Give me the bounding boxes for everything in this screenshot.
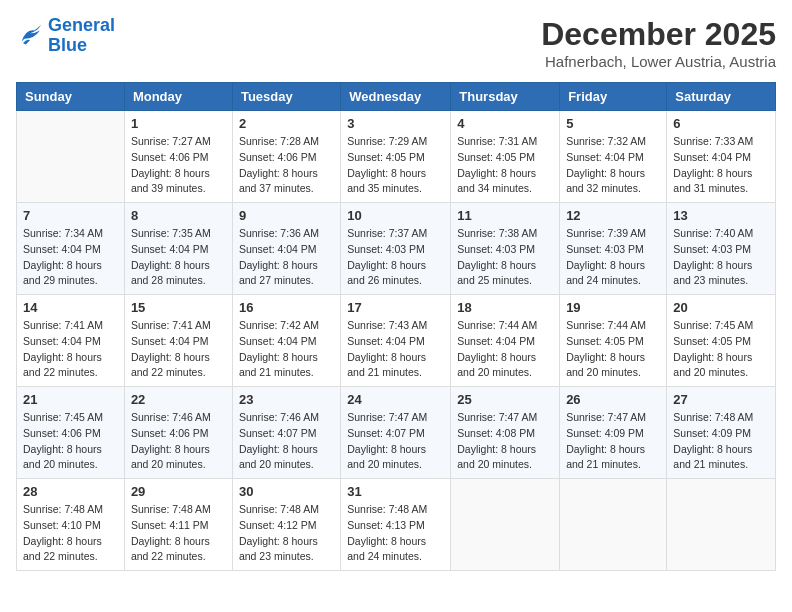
day-number: 31 bbox=[347, 484, 444, 499]
day-info: Sunrise: 7:47 AMSunset: 4:07 PMDaylight:… bbox=[347, 410, 444, 473]
weekday-header-cell: Friday bbox=[560, 83, 667, 111]
day-number: 10 bbox=[347, 208, 444, 223]
day-info: Sunrise: 7:48 AMSunset: 4:12 PMDaylight:… bbox=[239, 502, 334, 565]
location-title: Hafnerbach, Lower Austria, Austria bbox=[541, 53, 776, 70]
day-info: Sunrise: 7:35 AMSunset: 4:04 PMDaylight:… bbox=[131, 226, 226, 289]
calendar-cell: 8Sunrise: 7:35 AMSunset: 4:04 PMDaylight… bbox=[124, 203, 232, 295]
calendar-cell: 19Sunrise: 7:44 AMSunset: 4:05 PMDayligh… bbox=[560, 295, 667, 387]
calendar-cell bbox=[667, 479, 776, 571]
logo-line1: General bbox=[48, 15, 115, 35]
calendar-cell: 28Sunrise: 7:48 AMSunset: 4:10 PMDayligh… bbox=[17, 479, 125, 571]
title-block: December 2025 Hafnerbach, Lower Austria,… bbox=[541, 16, 776, 70]
day-info: Sunrise: 7:41 AMSunset: 4:04 PMDaylight:… bbox=[131, 318, 226, 381]
day-number: 4 bbox=[457, 116, 553, 131]
logo-text: General Blue bbox=[48, 16, 115, 56]
day-number: 27 bbox=[673, 392, 769, 407]
calendar-cell: 30Sunrise: 7:48 AMSunset: 4:12 PMDayligh… bbox=[232, 479, 340, 571]
calendar-cell: 23Sunrise: 7:46 AMSunset: 4:07 PMDayligh… bbox=[232, 387, 340, 479]
calendar-cell: 3Sunrise: 7:29 AMSunset: 4:05 PMDaylight… bbox=[341, 111, 451, 203]
day-number: 30 bbox=[239, 484, 334, 499]
calendar-cell: 24Sunrise: 7:47 AMSunset: 4:07 PMDayligh… bbox=[341, 387, 451, 479]
day-info: Sunrise: 7:36 AMSunset: 4:04 PMDaylight:… bbox=[239, 226, 334, 289]
day-info: Sunrise: 7:42 AMSunset: 4:04 PMDaylight:… bbox=[239, 318, 334, 381]
logo-icon bbox=[16, 22, 44, 50]
day-number: 5 bbox=[566, 116, 660, 131]
day-number: 9 bbox=[239, 208, 334, 223]
calendar-cell: 21Sunrise: 7:45 AMSunset: 4:06 PMDayligh… bbox=[17, 387, 125, 479]
day-number: 1 bbox=[131, 116, 226, 131]
calendar-cell: 31Sunrise: 7:48 AMSunset: 4:13 PMDayligh… bbox=[341, 479, 451, 571]
day-number: 14 bbox=[23, 300, 118, 315]
page-header: General Blue December 2025 Hafnerbach, L… bbox=[16, 16, 776, 70]
calendar-cell: 22Sunrise: 7:46 AMSunset: 4:06 PMDayligh… bbox=[124, 387, 232, 479]
day-info: Sunrise: 7:27 AMSunset: 4:06 PMDaylight:… bbox=[131, 134, 226, 197]
day-info: Sunrise: 7:37 AMSunset: 4:03 PMDaylight:… bbox=[347, 226, 444, 289]
day-info: Sunrise: 7:46 AMSunset: 4:06 PMDaylight:… bbox=[131, 410, 226, 473]
day-number: 13 bbox=[673, 208, 769, 223]
day-number: 28 bbox=[23, 484, 118, 499]
day-info: Sunrise: 7:47 AMSunset: 4:09 PMDaylight:… bbox=[566, 410, 660, 473]
weekday-header-cell: Wednesday bbox=[341, 83, 451, 111]
day-number: 18 bbox=[457, 300, 553, 315]
day-info: Sunrise: 7:31 AMSunset: 4:05 PMDaylight:… bbox=[457, 134, 553, 197]
calendar-week-row: 21Sunrise: 7:45 AMSunset: 4:06 PMDayligh… bbox=[17, 387, 776, 479]
day-info: Sunrise: 7:40 AMSunset: 4:03 PMDaylight:… bbox=[673, 226, 769, 289]
day-info: Sunrise: 7:38 AMSunset: 4:03 PMDaylight:… bbox=[457, 226, 553, 289]
day-number: 11 bbox=[457, 208, 553, 223]
weekday-header-cell: Monday bbox=[124, 83, 232, 111]
weekday-header-cell: Saturday bbox=[667, 83, 776, 111]
calendar-cell bbox=[17, 111, 125, 203]
calendar-cell: 15Sunrise: 7:41 AMSunset: 4:04 PMDayligh… bbox=[124, 295, 232, 387]
day-info: Sunrise: 7:41 AMSunset: 4:04 PMDaylight:… bbox=[23, 318, 118, 381]
calendar-cell: 25Sunrise: 7:47 AMSunset: 4:08 PMDayligh… bbox=[451, 387, 560, 479]
logo: General Blue bbox=[16, 16, 115, 56]
day-info: Sunrise: 7:29 AMSunset: 4:05 PMDaylight:… bbox=[347, 134, 444, 197]
day-info: Sunrise: 7:48 AMSunset: 4:10 PMDaylight:… bbox=[23, 502, 118, 565]
calendar-cell: 13Sunrise: 7:40 AMSunset: 4:03 PMDayligh… bbox=[667, 203, 776, 295]
calendar-cell: 4Sunrise: 7:31 AMSunset: 4:05 PMDaylight… bbox=[451, 111, 560, 203]
day-info: Sunrise: 7:48 AMSunset: 4:13 PMDaylight:… bbox=[347, 502, 444, 565]
day-number: 16 bbox=[239, 300, 334, 315]
logo-line2: Blue bbox=[48, 35, 87, 55]
calendar-cell: 18Sunrise: 7:44 AMSunset: 4:04 PMDayligh… bbox=[451, 295, 560, 387]
calendar-table: SundayMondayTuesdayWednesdayThursdayFrid… bbox=[16, 82, 776, 571]
day-info: Sunrise: 7:44 AMSunset: 4:05 PMDaylight:… bbox=[566, 318, 660, 381]
day-number: 17 bbox=[347, 300, 444, 315]
month-title: December 2025 bbox=[541, 16, 776, 53]
day-info: Sunrise: 7:45 AMSunset: 4:05 PMDaylight:… bbox=[673, 318, 769, 381]
day-info: Sunrise: 7:45 AMSunset: 4:06 PMDaylight:… bbox=[23, 410, 118, 473]
weekday-header-cell: Thursday bbox=[451, 83, 560, 111]
calendar-cell bbox=[560, 479, 667, 571]
day-info: Sunrise: 7:39 AMSunset: 4:03 PMDaylight:… bbox=[566, 226, 660, 289]
day-info: Sunrise: 7:28 AMSunset: 4:06 PMDaylight:… bbox=[239, 134, 334, 197]
calendar-cell: 7Sunrise: 7:34 AMSunset: 4:04 PMDaylight… bbox=[17, 203, 125, 295]
calendar-body: 1Sunrise: 7:27 AMSunset: 4:06 PMDaylight… bbox=[17, 111, 776, 571]
day-info: Sunrise: 7:43 AMSunset: 4:04 PMDaylight:… bbox=[347, 318, 444, 381]
day-info: Sunrise: 7:46 AMSunset: 4:07 PMDaylight:… bbox=[239, 410, 334, 473]
day-number: 12 bbox=[566, 208, 660, 223]
calendar-cell: 12Sunrise: 7:39 AMSunset: 4:03 PMDayligh… bbox=[560, 203, 667, 295]
weekday-header-row: SundayMondayTuesdayWednesdayThursdayFrid… bbox=[17, 83, 776, 111]
calendar-cell: 10Sunrise: 7:37 AMSunset: 4:03 PMDayligh… bbox=[341, 203, 451, 295]
weekday-header-cell: Tuesday bbox=[232, 83, 340, 111]
day-number: 20 bbox=[673, 300, 769, 315]
calendar-week-row: 28Sunrise: 7:48 AMSunset: 4:10 PMDayligh… bbox=[17, 479, 776, 571]
day-info: Sunrise: 7:33 AMSunset: 4:04 PMDaylight:… bbox=[673, 134, 769, 197]
day-number: 23 bbox=[239, 392, 334, 407]
calendar-cell: 27Sunrise: 7:48 AMSunset: 4:09 PMDayligh… bbox=[667, 387, 776, 479]
calendar-cell: 1Sunrise: 7:27 AMSunset: 4:06 PMDaylight… bbox=[124, 111, 232, 203]
day-info: Sunrise: 7:32 AMSunset: 4:04 PMDaylight:… bbox=[566, 134, 660, 197]
calendar-cell: 2Sunrise: 7:28 AMSunset: 4:06 PMDaylight… bbox=[232, 111, 340, 203]
day-info: Sunrise: 7:44 AMSunset: 4:04 PMDaylight:… bbox=[457, 318, 553, 381]
day-info: Sunrise: 7:47 AMSunset: 4:08 PMDaylight:… bbox=[457, 410, 553, 473]
day-number: 24 bbox=[347, 392, 444, 407]
day-number: 29 bbox=[131, 484, 226, 499]
day-number: 8 bbox=[131, 208, 226, 223]
day-info: Sunrise: 7:48 AMSunset: 4:11 PMDaylight:… bbox=[131, 502, 226, 565]
day-number: 21 bbox=[23, 392, 118, 407]
calendar-week-row: 14Sunrise: 7:41 AMSunset: 4:04 PMDayligh… bbox=[17, 295, 776, 387]
day-number: 2 bbox=[239, 116, 334, 131]
calendar-cell: 16Sunrise: 7:42 AMSunset: 4:04 PMDayligh… bbox=[232, 295, 340, 387]
day-info: Sunrise: 7:34 AMSunset: 4:04 PMDaylight:… bbox=[23, 226, 118, 289]
calendar-cell: 17Sunrise: 7:43 AMSunset: 4:04 PMDayligh… bbox=[341, 295, 451, 387]
